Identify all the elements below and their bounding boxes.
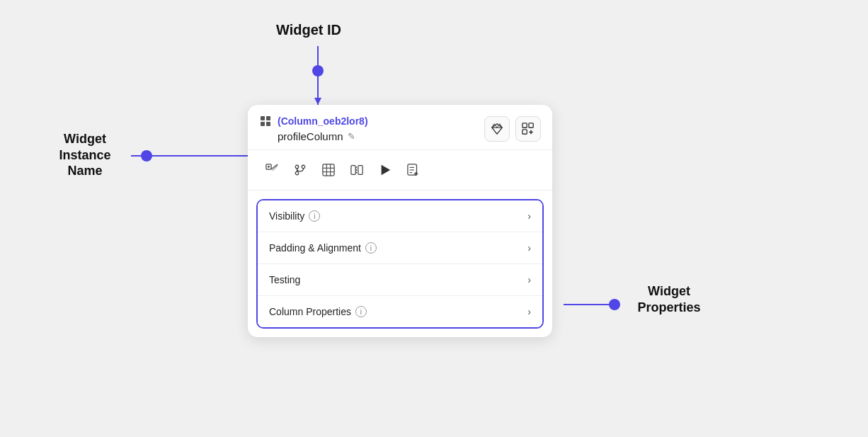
svg-rect-19 [529, 123, 533, 127]
visibility-chevron: › [527, 210, 531, 222]
diamond-button[interactable] [484, 116, 510, 142]
padding-alignment-property[interactable]: Padding & Alignment i › [258, 232, 542, 264]
testing-label: Testing [269, 274, 300, 285]
padding-info-icon: i [365, 242, 377, 254]
svg-rect-37 [358, 166, 362, 175]
widget-id-row: (Column_oeb2lor8) [259, 115, 368, 127]
column-properties-property[interactable]: Column Properties i › [258, 296, 542, 327]
svg-marker-39 [382, 165, 391, 175]
svg-point-27 [295, 165, 299, 169]
svg-rect-8 [266, 116, 270, 120]
instance-name-value: profileColumn [278, 130, 343, 142]
panel-header-left: (Column_oeb2lor8) profileColumn ✎ [259, 115, 368, 142]
svg-point-29 [295, 171, 299, 175]
panel-header-right [484, 116, 541, 142]
column-properties-chevron: › [527, 306, 531, 317]
testing-property[interactable]: Testing › [258, 264, 542, 296]
instance-name-row: profileColumn ✎ [259, 130, 368, 142]
padding-alignment-label: Padding & Alignment i [269, 242, 377, 254]
edit-icon[interactable]: ✎ [348, 131, 355, 142]
widget-id-label: Widget ID [276, 21, 341, 39]
paintbrush-button[interactable] [259, 157, 285, 183]
svg-rect-31 [323, 164, 334, 176]
svg-point-1 [312, 65, 324, 76]
columns-button[interactable] [344, 157, 370, 183]
svg-rect-17 [522, 123, 527, 127]
svg-point-4 [141, 150, 152, 161]
svg-rect-10 [266, 122, 270, 126]
svg-rect-18 [522, 129, 527, 133]
widget-properties-label: Widget Properties [623, 283, 715, 315]
grid-icon [259, 115, 272, 127]
add-widget-button[interactable] [515, 116, 541, 142]
svg-rect-7 [261, 116, 265, 120]
properties-list: Visibility i › Padding & Alignment i › T… [256, 199, 544, 329]
padding-chevron: › [527, 242, 531, 254]
svg-point-6 [609, 299, 620, 310]
svg-rect-36 [351, 166, 355, 175]
visibility-label: Visibility i [269, 210, 320, 222]
panel-header: (Column_oeb2lor8) profileColumn ✎ [248, 105, 552, 150]
add-note-button[interactable] [401, 157, 426, 183]
svg-rect-9 [261, 122, 265, 126]
widget-panel: (Column_oeb2lor8) profileColumn ✎ [248, 105, 552, 337]
visibility-info-icon: i [309, 210, 320, 222]
svg-marker-2 [314, 98, 321, 105]
svg-point-28 [302, 165, 305, 169]
play-button[interactable] [372, 157, 398, 183]
column-properties-info-icon: i [355, 306, 367, 317]
visibility-property[interactable]: Visibility i › [258, 200, 542, 232]
column-properties-label: Column Properties i [269, 306, 367, 317]
branch-button[interactable] [287, 157, 313, 183]
testing-chevron: › [527, 274, 531, 285]
widget-id-value: (Column_oeb2lor8) [278, 115, 368, 127]
table-button[interactable] [316, 157, 341, 183]
panel-toolbar [248, 150, 552, 191]
widget-instance-name-label: Widget Instance Name [42, 131, 127, 179]
